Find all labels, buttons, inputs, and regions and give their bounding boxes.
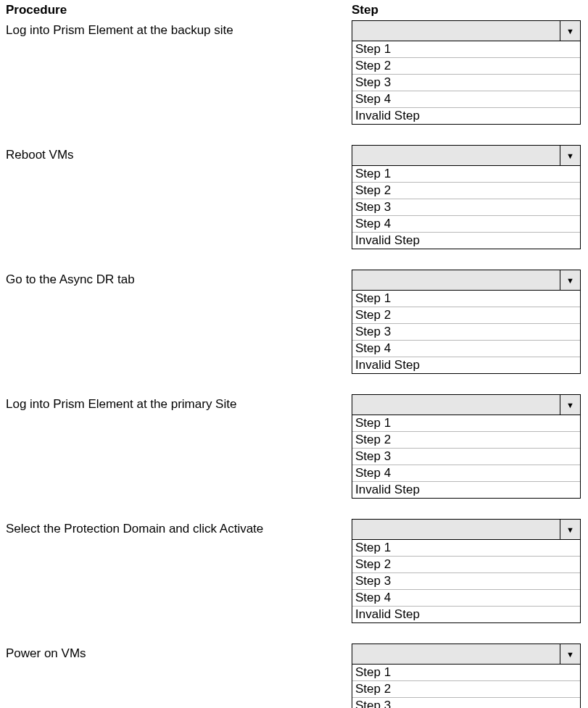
header-row: Procedure Step xyxy=(6,3,582,17)
chevron-down-icon[interactable]: ▼ xyxy=(560,520,580,539)
dropdown-selected[interactable]: ▼ xyxy=(352,21,580,41)
dropdown-options: Step 1Step 2Step 3Step 4Invalid Step xyxy=(352,665,580,708)
dropdown-option[interactable]: Step 4 xyxy=(352,465,580,482)
procedure-label: Log into Prism Element at the primary Si… xyxy=(6,394,352,412)
dropdown-option[interactable]: Invalid Step xyxy=(352,108,580,124)
dropdown-option[interactable]: Step 3 xyxy=(352,698,580,708)
dropdown-option[interactable]: Step 4 xyxy=(352,91,580,108)
dropdown-options: Step 1Step 2Step 3Step 4Invalid Step xyxy=(352,166,580,249)
dropdown-option[interactable]: Step 3 xyxy=(352,324,580,341)
dropdown-option[interactable]: Step 2 xyxy=(352,183,580,199)
dropdown-value xyxy=(352,21,560,41)
dropdown-selected[interactable]: ▼ xyxy=(352,395,580,415)
procedure-row: Log into Prism Element at the backup sit… xyxy=(6,20,582,125)
procedure-row: Select the Protection Domain and click A… xyxy=(6,519,582,623)
chevron-down-icon[interactable]: ▼ xyxy=(560,395,580,415)
dropdown-option[interactable]: Step 3 xyxy=(352,449,580,465)
dropdown-options: Step 1Step 2Step 3Step 4Invalid Step xyxy=(352,540,580,622)
dropdown-option[interactable]: Invalid Step xyxy=(352,607,580,622)
dropdown-option[interactable]: Step 1 xyxy=(352,415,580,432)
dropdown-option[interactable]: Step 1 xyxy=(352,166,580,183)
dropdown-option[interactable]: Step 1 xyxy=(352,41,580,58)
dropdown-option[interactable]: Step 3 xyxy=(352,573,580,590)
dropdown-option[interactable]: Invalid Step xyxy=(352,482,580,498)
procedure-row: Go to the Async DR tab▼Step 1Step 2Step … xyxy=(6,270,582,374)
step-dropdown[interactable]: ▼Step 1Step 2Step 3Step 4Invalid Step xyxy=(352,145,581,249)
dropdown-option[interactable]: Step 2 xyxy=(352,58,580,75)
procedure-row: Reboot VMs▼Step 1Step 2Step 3Step 4Inval… xyxy=(6,145,582,249)
dropdown-option[interactable]: Step 2 xyxy=(352,681,580,698)
chevron-down-icon[interactable]: ▼ xyxy=(560,146,580,165)
chevron-down-icon[interactable]: ▼ xyxy=(560,270,580,290)
procedure-label: Go to the Async DR tab xyxy=(6,270,352,287)
dropdown-value xyxy=(352,395,560,415)
dropdown-options: Step 1Step 2Step 3Step 4Invalid Step xyxy=(352,291,580,373)
dropdown-selected[interactable]: ▼ xyxy=(352,146,580,166)
dropdown-value xyxy=(352,644,560,664)
step-dropdown[interactable]: ▼Step 1Step 2Step 3Step 4Invalid Step xyxy=(352,270,581,374)
dropdown-option[interactable]: Step 1 xyxy=(352,540,580,557)
dropdown-option[interactable]: Step 1 xyxy=(352,291,580,307)
dropdown-option[interactable]: Step 4 xyxy=(352,590,580,607)
step-dropdown[interactable]: ▼Step 1Step 2Step 3Step 4Invalid Step xyxy=(352,20,581,125)
dropdown-option[interactable]: Invalid Step xyxy=(352,357,580,373)
dropdown-option[interactable]: Step 4 xyxy=(352,341,580,357)
procedure-label: Select the Protection Domain and click A… xyxy=(6,519,352,536)
dropdown-option[interactable]: Invalid Step xyxy=(352,233,580,249)
dropdown-option[interactable]: Step 1 xyxy=(352,665,580,681)
dropdown-value xyxy=(352,520,560,539)
dropdown-options: Step 1Step 2Step 3Step 4Invalid Step xyxy=(352,415,580,498)
dropdown-selected[interactable]: ▼ xyxy=(352,520,580,540)
dropdown-selected[interactable]: ▼ xyxy=(352,644,580,665)
dropdown-value xyxy=(352,146,560,165)
procedure-label: Power on VMs xyxy=(6,644,352,661)
dropdown-options: Step 1Step 2Step 3Step 4Invalid Step xyxy=(352,41,580,124)
dropdown-option[interactable]: Step 4 xyxy=(352,216,580,233)
chevron-down-icon[interactable]: ▼ xyxy=(560,21,580,41)
dropdown-option[interactable]: Step 2 xyxy=(352,557,580,573)
dropdown-option[interactable]: Step 2 xyxy=(352,307,580,324)
dropdown-option[interactable]: Step 2 xyxy=(352,432,580,449)
dropdown-option[interactable]: Step 3 xyxy=(352,75,580,91)
procedure-row: Log into Prism Element at the primary Si… xyxy=(6,394,582,499)
procedure-label: Reboot VMs xyxy=(6,145,352,162)
step-dropdown[interactable]: ▼Step 1Step 2Step 3Step 4Invalid Step xyxy=(352,519,581,623)
chevron-down-icon[interactable]: ▼ xyxy=(560,644,580,664)
dropdown-value xyxy=(352,270,560,290)
dropdown-selected[interactable]: ▼ xyxy=(352,270,580,291)
procedure-row: Power on VMs▼Step 1Step 2Step 3Step 4Inv… xyxy=(6,644,582,708)
header-step: Step xyxy=(352,3,582,17)
step-dropdown[interactable]: ▼Step 1Step 2Step 3Step 4Invalid Step xyxy=(352,644,581,708)
dropdown-option[interactable]: Step 3 xyxy=(352,199,580,216)
step-dropdown[interactable]: ▼Step 1Step 2Step 3Step 4Invalid Step xyxy=(352,394,581,499)
header-procedure: Procedure xyxy=(6,3,352,17)
procedure-label: Log into Prism Element at the backup sit… xyxy=(6,20,352,38)
